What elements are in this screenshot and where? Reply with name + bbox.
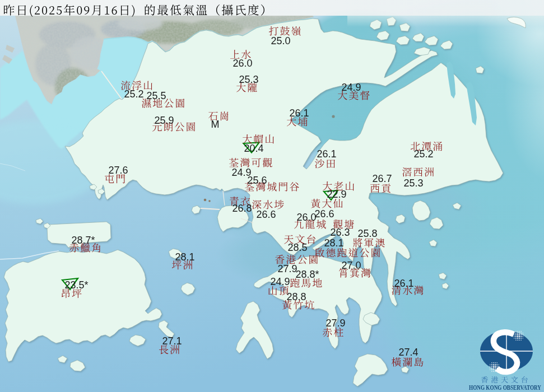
svg-text:26.3: 26.3 <box>331 227 350 238</box>
svg-text:27.0: 27.0 <box>342 260 361 271</box>
svg-text:26.1: 26.1 <box>317 148 337 160</box>
svg-text:25.2: 25.2 <box>414 148 434 160</box>
svg-text:26.1: 26.1 <box>394 278 414 289</box>
svg-text:28.7*: 28.7* <box>72 235 95 246</box>
svg-text:28.1: 28.1 <box>324 237 344 249</box>
svg-text:25.3: 25.3 <box>404 178 424 189</box>
svg-text:27.9: 27.9 <box>326 318 346 329</box>
svg-text:28.8*: 28.8* <box>296 269 319 280</box>
svg-text:24.9: 24.9 <box>271 276 290 287</box>
svg-text:26.1: 26.1 <box>290 108 309 119</box>
svg-text:HONG KONG OBSERVATORY: HONG KONG OBSERVATORY <box>469 383 541 391</box>
svg-text:26.0: 26.0 <box>297 212 317 223</box>
svg-text:25.8: 25.8 <box>358 228 378 239</box>
svg-text:26.6: 26.6 <box>315 208 334 220</box>
svg-text:27.4: 27.4 <box>399 347 419 358</box>
svg-text:20.4: 20.4 <box>244 143 264 154</box>
svg-text:25.9: 25.9 <box>155 115 174 126</box>
svg-text:26.8: 26.8 <box>233 203 252 214</box>
svg-text:26.7: 26.7 <box>373 173 392 184</box>
svg-text:27.9: 27.9 <box>278 263 297 274</box>
svg-text:26.0: 26.0 <box>233 58 253 69</box>
svg-text:23.5*: 23.5* <box>65 279 89 291</box>
svg-text:27.1: 27.1 <box>162 335 182 347</box>
svg-text:27.6: 27.6 <box>109 165 128 176</box>
svg-text:28.8: 28.8 <box>287 291 306 302</box>
svg-text:28.1: 28.1 <box>175 251 195 263</box>
svg-text:25.0: 25.0 <box>271 35 291 46</box>
svg-text:25.6: 25.6 <box>248 175 267 186</box>
svg-text:22.9: 22.9 <box>327 189 347 200</box>
svg-text:M: M <box>211 119 220 130</box>
svg-text:25.5: 25.5 <box>147 90 166 101</box>
svg-text:26.6: 26.6 <box>257 209 276 220</box>
svg-text:24.9: 24.9 <box>342 82 361 93</box>
svg-text:25.2: 25.2 <box>124 88 144 100</box>
svg-text:25.3: 25.3 <box>239 74 259 85</box>
svg-text:28.5: 28.5 <box>288 242 308 253</box>
